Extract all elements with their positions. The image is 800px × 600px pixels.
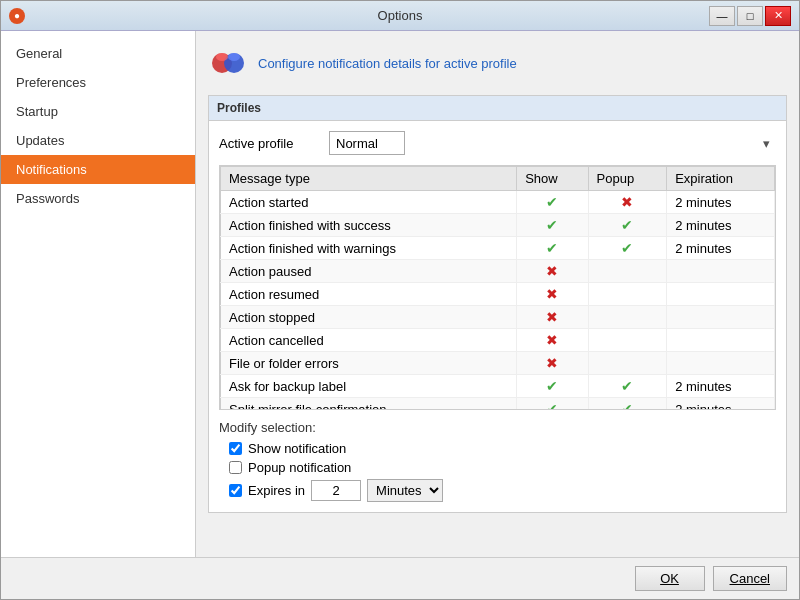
col-popup: Popup bbox=[588, 167, 667, 191]
sidebar: General Preferences Startup Updates Noti… bbox=[1, 31, 196, 557]
sidebar-item-startup[interactable]: Startup bbox=[1, 97, 195, 126]
cell-expiration: 2 minutes bbox=[667, 214, 775, 237]
expires-in-label[interactable]: Expires in bbox=[248, 483, 305, 498]
active-profile-label: Active profile bbox=[219, 136, 319, 151]
profile-select-wrapper: Normal Silent Verbose bbox=[329, 131, 776, 155]
minimize-button[interactable]: — bbox=[709, 6, 735, 26]
window-controls: — □ ✕ bbox=[709, 6, 791, 26]
cell-expiration bbox=[667, 283, 775, 306]
cell-expiration bbox=[667, 352, 775, 375]
cell-message-type: Action paused bbox=[221, 260, 517, 283]
cell-expiration: 2 minutes bbox=[667, 398, 775, 411]
expires-value-input[interactable] bbox=[311, 480, 361, 501]
section-title: Configure notification details for activ… bbox=[258, 56, 517, 71]
app-icon: ● bbox=[9, 8, 25, 24]
expires-row: Expires in Minutes Hours Days bbox=[229, 479, 776, 502]
cell-show: ✖ bbox=[517, 306, 588, 329]
cell-show: ✔ bbox=[517, 191, 588, 214]
profiles-header: Profiles bbox=[209, 96, 786, 121]
main-content: General Preferences Startup Updates Noti… bbox=[1, 31, 799, 557]
notification-icon bbox=[208, 43, 248, 83]
cell-message-type: Action stopped bbox=[221, 306, 517, 329]
close-button[interactable]: ✕ bbox=[765, 6, 791, 26]
popup-notification-row: Popup notification bbox=[229, 460, 776, 475]
svg-point-2 bbox=[216, 53, 228, 61]
cell-popup: ✔ bbox=[588, 237, 667, 260]
sidebar-item-preferences[interactable]: Preferences bbox=[1, 68, 195, 97]
maximize-button[interactable]: □ bbox=[737, 6, 763, 26]
cell-popup: ✖ bbox=[588, 191, 667, 214]
table-row[interactable]: Action finished with success✔✔2 minutes bbox=[221, 214, 775, 237]
cell-show: ✖ bbox=[517, 283, 588, 306]
expires-unit-select[interactable]: Minutes Hours Days bbox=[367, 479, 443, 502]
col-expiration: Expiration bbox=[667, 167, 775, 191]
cell-message-type: File or folder errors bbox=[221, 352, 517, 375]
table-row[interactable]: Action paused✖ bbox=[221, 260, 775, 283]
table-row[interactable]: Action stopped✖ bbox=[221, 306, 775, 329]
cell-show: ✖ bbox=[517, 329, 588, 352]
cell-expiration: 2 minutes bbox=[667, 237, 775, 260]
sidebar-item-general[interactable]: General bbox=[1, 39, 195, 68]
cell-popup: ✔ bbox=[588, 214, 667, 237]
cell-expiration: 2 minutes bbox=[667, 375, 775, 398]
cell-popup: ✔ bbox=[588, 398, 667, 411]
active-profile-row: Active profile Normal Silent Verbose bbox=[219, 131, 776, 155]
cell-show: ✔ bbox=[517, 398, 588, 411]
profiles-section: Profiles Active profile Normal Silent Ve… bbox=[208, 95, 787, 513]
table-row[interactable]: Action cancelled✖ bbox=[221, 329, 775, 352]
cell-popup bbox=[588, 306, 667, 329]
main-panel: Configure notification details for activ… bbox=[196, 31, 799, 557]
cell-message-type: Action started bbox=[221, 191, 517, 214]
table-row[interactable]: Action finished with warnings✔✔2 minutes bbox=[221, 237, 775, 260]
cell-expiration: 2 minutes bbox=[667, 191, 775, 214]
cell-popup bbox=[588, 329, 667, 352]
profiles-content: Active profile Normal Silent Verbose bbox=[209, 121, 786, 512]
modify-title: Modify selection: bbox=[219, 420, 776, 435]
cell-popup bbox=[588, 283, 667, 306]
options-window: ● Options — □ ✕ General Preferences Star… bbox=[0, 0, 800, 600]
sidebar-item-passwords[interactable]: Passwords bbox=[1, 184, 195, 213]
cell-popup bbox=[588, 260, 667, 283]
show-notification-row: Show notification bbox=[229, 441, 776, 456]
col-show: Show bbox=[517, 167, 588, 191]
col-message-type: Message type bbox=[221, 167, 517, 191]
show-notification-label[interactable]: Show notification bbox=[248, 441, 346, 456]
cell-message-type: Action finished with warnings bbox=[221, 237, 517, 260]
cell-message-type: Action finished with success bbox=[221, 214, 517, 237]
cell-show: ✖ bbox=[517, 260, 588, 283]
title-bar: ● Options — □ ✕ bbox=[1, 1, 799, 31]
modify-section: Modify selection: Show notification Popu… bbox=[219, 420, 776, 502]
cell-message-type: Action cancelled bbox=[221, 329, 517, 352]
cell-message-type: Action resumed bbox=[221, 283, 517, 306]
popup-notification-checkbox[interactable] bbox=[229, 461, 242, 474]
table-row[interactable]: Action started✔✖2 minutes bbox=[221, 191, 775, 214]
footer: OK Cancel bbox=[1, 557, 799, 599]
cell-expiration bbox=[667, 306, 775, 329]
sidebar-item-updates[interactable]: Updates bbox=[1, 126, 195, 155]
profile-select[interactable]: Normal Silent Verbose bbox=[329, 131, 405, 155]
window-title: Options bbox=[0, 8, 800, 23]
cell-show: ✔ bbox=[517, 375, 588, 398]
cell-expiration bbox=[667, 260, 775, 283]
message-table-container[interactable]: Message type Show Popup Expiration Actio… bbox=[219, 165, 776, 410]
cell-expiration bbox=[667, 329, 775, 352]
cell-popup bbox=[588, 352, 667, 375]
cell-popup: ✔ bbox=[588, 375, 667, 398]
table-row[interactable]: Ask for backup label✔✔2 minutes bbox=[221, 375, 775, 398]
expires-in-checkbox[interactable] bbox=[229, 484, 242, 497]
cancel-button[interactable]: Cancel bbox=[713, 566, 787, 591]
cell-show: ✖ bbox=[517, 352, 588, 375]
svg-point-3 bbox=[228, 53, 240, 61]
show-notification-checkbox[interactable] bbox=[229, 442, 242, 455]
table-row[interactable]: Split mirror file confirmation✔✔2 minute… bbox=[221, 398, 775, 411]
ok-button[interactable]: OK bbox=[635, 566, 705, 591]
cell-show: ✔ bbox=[517, 214, 588, 237]
sidebar-item-notifications[interactable]: Notifications bbox=[1, 155, 195, 184]
cell-show: ✔ bbox=[517, 237, 588, 260]
table-row[interactable]: File or folder errors✖ bbox=[221, 352, 775, 375]
popup-notification-label[interactable]: Popup notification bbox=[248, 460, 351, 475]
cell-message-type: Ask for backup label bbox=[221, 375, 517, 398]
table-row[interactable]: Action resumed✖ bbox=[221, 283, 775, 306]
message-table: Message type Show Popup Expiration Actio… bbox=[220, 166, 775, 410]
section-header: Configure notification details for activ… bbox=[208, 43, 787, 83]
